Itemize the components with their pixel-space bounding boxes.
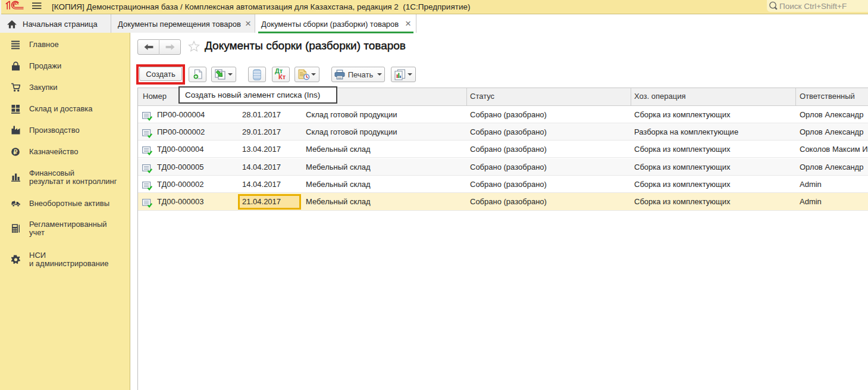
svg-text:₽: ₽ [14, 148, 18, 155]
